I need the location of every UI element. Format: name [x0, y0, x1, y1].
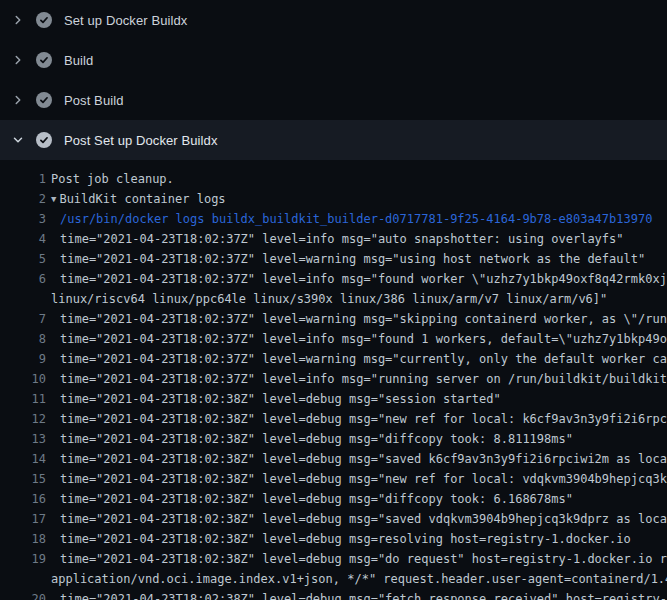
log-text: time="2021-04-23T18:02:38Z" level=debug …	[60, 469, 667, 489]
step-list: Set up Docker Buildx Build Post Build	[0, 0, 667, 160]
log-group-label: BuildKit container logs	[59, 192, 225, 206]
step-post-set-up-docker-buildx[interactable]: Post Set up Docker Buildx	[0, 120, 667, 160]
step-label: Build	[64, 53, 93, 68]
log-text: Post job cleanup.	[51, 169, 174, 189]
log-row: 3/usr/bin/docker logs buildx_buildkit_bu…	[0, 209, 667, 229]
log-row: 6time="2021-04-23T18:02:37Z" level=info …	[0, 269, 667, 289]
line-number[interactable]: 8	[0, 329, 46, 349]
chevron-right-icon	[10, 12, 26, 28]
line-number[interactable]: 9	[0, 349, 46, 369]
log-text: time="2021-04-23T18:02:38Z" level=debug …	[60, 429, 573, 449]
step-set-up-docker-buildx[interactable]: Set up Docker Buildx	[0, 0, 667, 40]
line-number[interactable]: 20	[0, 589, 46, 600]
check-circle-icon	[36, 132, 52, 148]
step-label: Post Set up Docker Buildx	[64, 133, 218, 148]
line-number[interactable]: 14	[0, 449, 46, 469]
log-row: 1Post job cleanup.	[0, 169, 667, 189]
line-number[interactable]: 1	[0, 169, 46, 189]
check-circle-icon	[36, 92, 52, 108]
log-text: time="2021-04-23T18:02:38Z" level=debug …	[60, 509, 667, 529]
log-text: time="2021-04-23T18:02:38Z" level=debug …	[60, 549, 667, 569]
log-text: time="2021-04-23T18:02:38Z" level=debug …	[60, 409, 667, 429]
log-text: time="2021-04-23T18:02:37Z" level=warnin…	[60, 309, 667, 329]
line-number	[0, 569, 46, 589]
triangle-down-icon: ▼	[51, 189, 56, 209]
log-row-group: 2▼BuildKit container logs	[0, 189, 667, 209]
log-row: 8time="2021-04-23T18:02:37Z" level=info …	[0, 329, 667, 349]
step-post-build[interactable]: Post Build	[0, 80, 667, 120]
log-text: time="2021-04-23T18:02:37Z" level=info m…	[60, 369, 667, 389]
line-number[interactable]: 16	[0, 489, 46, 509]
log-row: 5time="2021-04-23T18:02:37Z" level=warni…	[0, 249, 667, 269]
log-text: time="2021-04-23T18:02:37Z" level=warnin…	[60, 349, 667, 369]
log-text: time="2021-04-23T18:02:37Z" level=info m…	[60, 229, 624, 249]
log-row: 15time="2021-04-23T18:02:38Z" level=debu…	[0, 469, 667, 489]
line-number[interactable]: 11	[0, 389, 46, 409]
chevron-right-icon	[10, 92, 26, 108]
log-text: time="2021-04-23T18:02:38Z" level=debug …	[60, 529, 631, 549]
log-text: time="2021-04-23T18:02:37Z" level=warnin…	[60, 249, 645, 269]
check-circle-icon	[36, 12, 52, 28]
log-row: 4time="2021-04-23T18:02:37Z" level=info …	[0, 229, 667, 249]
log-row: 17time="2021-04-23T18:02:38Z" level=debu…	[0, 509, 667, 529]
actions-log-viewer: Set up Docker Buildx Build Post Build	[0, 0, 667, 600]
line-number[interactable]: 3	[0, 209, 46, 229]
line-number[interactable]: 18	[0, 529, 46, 549]
log-row: 10time="2021-04-23T18:02:37Z" level=info…	[0, 369, 667, 389]
log-text: linux/riscv64 linux/ppc64le linux/s390x …	[51, 289, 607, 309]
line-number	[0, 289, 46, 309]
line-number[interactable]: 15	[0, 469, 46, 489]
log-row: 14time="2021-04-23T18:02:38Z" level=debu…	[0, 449, 667, 469]
log-area: 1Post job cleanup. 2▼BuildKit container …	[0, 160, 667, 600]
chevron-right-icon	[10, 52, 26, 68]
log-row: 13time="2021-04-23T18:02:38Z" level=debu…	[0, 429, 667, 449]
log-text: time="2021-04-23T18:02:38Z" level=debug …	[60, 589, 667, 600]
log-row: 11time="2021-04-23T18:02:38Z" level=debu…	[0, 389, 667, 409]
log-text: time="2021-04-23T18:02:38Z" level=debug …	[60, 389, 501, 409]
log-text: application/vnd.oci.image.index.v1+json,…	[51, 569, 667, 589]
line-number[interactable]: 2	[0, 189, 46, 209]
line-number[interactable]: 5	[0, 249, 46, 269]
step-label: Post Build	[64, 93, 124, 108]
line-number[interactable]: 17	[0, 509, 46, 529]
log-row: 9time="2021-04-23T18:02:37Z" level=warni…	[0, 349, 667, 369]
line-number[interactable]: 4	[0, 229, 46, 249]
log-command-text: /usr/bin/docker logs buildx_buildkit_bui…	[60, 209, 652, 229]
line-number[interactable]: 7	[0, 309, 46, 329]
log-text: time="2021-04-23T18:02:37Z" level=info m…	[60, 329, 667, 349]
log-row: 18time="2021-04-23T18:02:38Z" level=debu…	[0, 529, 667, 549]
log-text: time="2021-04-23T18:02:38Z" level=debug …	[60, 489, 573, 509]
line-number[interactable]: 6	[0, 269, 46, 289]
log-row: 12time="2021-04-23T18:02:38Z" level=debu…	[0, 409, 667, 429]
log-row: 20time="2021-04-23T18:02:38Z" level=debu…	[0, 589, 667, 600]
line-number[interactable]: 13	[0, 429, 46, 449]
log-row-continuation: linux/riscv64 linux/ppc64le linux/s390x …	[0, 289, 667, 309]
log-row: 16time="2021-04-23T18:02:38Z" level=debu…	[0, 489, 667, 509]
line-number[interactable]: 19	[0, 549, 46, 569]
line-number[interactable]: 10	[0, 369, 46, 389]
log-row-continuation: application/vnd.oci.image.index.v1+json,…	[0, 569, 667, 589]
log-text: time="2021-04-23T18:02:37Z" level=info m…	[60, 269, 667, 289]
check-circle-icon	[36, 52, 52, 68]
log-row: 7time="2021-04-23T18:02:37Z" level=warni…	[0, 309, 667, 329]
step-label: Set up Docker Buildx	[64, 13, 187, 28]
step-build[interactable]: Build	[0, 40, 667, 80]
line-number[interactable]: 12	[0, 409, 46, 429]
log-row: 19time="2021-04-23T18:02:38Z" level=debu…	[0, 549, 667, 569]
chevron-down-icon	[10, 132, 26, 148]
log-group-toggle[interactable]: ▼BuildKit container logs	[51, 189, 226, 209]
log-text: time="2021-04-23T18:02:38Z" level=debug …	[60, 449, 667, 469]
